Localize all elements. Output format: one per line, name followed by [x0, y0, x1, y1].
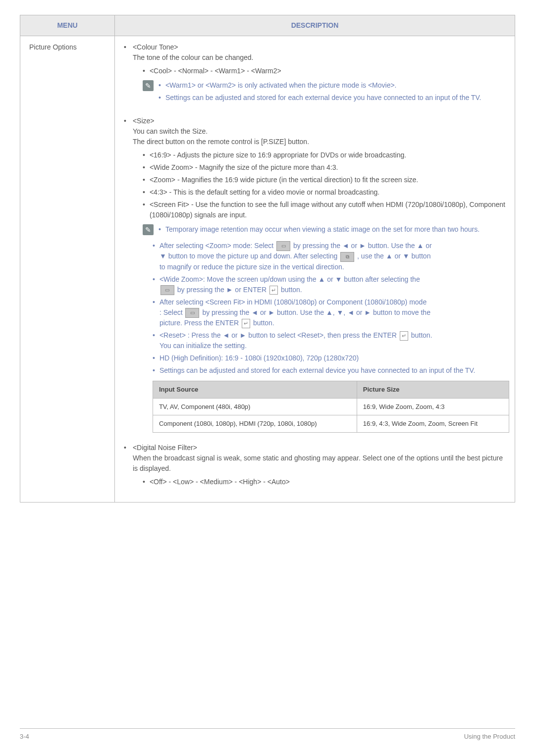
colour-tone-note-2: Settings can be adjusted and stored for … — [159, 93, 506, 103]
note-text: button. — [281, 286, 302, 294]
note-text: by pressing the ◄ or ► button. Use the ▲… — [293, 242, 432, 250]
note-text: : Select — [160, 308, 183, 316]
table-header-size: Picture Size — [357, 381, 509, 399]
table-cell: TV, AV, Component (480i, 480p) — [153, 398, 357, 415]
enter-icon: ↵ — [400, 331, 408, 341]
colour-tone-options: <Cool> - <Normal> - <Warm1> - <Warm2> — [143, 66, 506, 76]
description-cell: • <Colour Tone> The tone of the colour c… — [115, 36, 515, 503]
tools-icon: ▭ — [185, 308, 199, 318]
table-header-input: Input Source — [153, 381, 357, 399]
note-text: button. — [253, 319, 274, 327]
size-item-0: <16:9> - Adjusts the picture size to 16:… — [143, 150, 506, 160]
enter-icon: ↵ — [242, 319, 250, 328]
note-text: button. — [411, 331, 432, 339]
footer-page-number: 3-4 — [20, 732, 29, 742]
table-cell: Component (1080i, 1080p), HDMI (720p, 10… — [153, 415, 357, 433]
tools-icon: ▭ — [160, 285, 174, 295]
size-desc1: You can switch the Size. — [133, 127, 208, 135]
colour-tone-title: <Colour Tone> — [133, 43, 178, 51]
size-item-4: <Screen Fit> - Use the function to see t… — [143, 200, 506, 220]
size-note-zoom: After selecting <Zoom> mode: Select ▭ by… — [153, 241, 506, 272]
note-text: You can initialize the setting. — [160, 342, 247, 350]
menu-cell: Picture Options — [20, 36, 115, 503]
tools-icon: ▭ — [276, 241, 290, 251]
size-note-screenfit: After selecting <Screen Fit> in HDMI (10… — [153, 297, 506, 328]
position-icon: ⧉ — [340, 252, 354, 262]
dnf-title: <Digital Noise Filter> — [133, 444, 197, 452]
table-cell: 16:9, 4:3, Wide Zoom, Zoom, Screen Fit — [357, 415, 509, 433]
note-text: <Wide Zoom>: Move the screen up/down usi… — [160, 275, 420, 283]
note-text: by pressing the ◄ or ► button. Use the ▲… — [202, 308, 430, 316]
size-desc2: The direct button on the remote control … — [133, 138, 309, 146]
note-text: <Reset> : Press the ◄ or ► button to sel… — [160, 331, 397, 339]
size-note-widezoom: <Wide Zoom>: Move the screen up/down usi… — [153, 274, 506, 295]
table-row: Component (1080i, 1080p), HDMI (720p, 10… — [153, 415, 509, 433]
size-title: <Size> — [133, 117, 155, 125]
size-note-hd: HD (High Definition): 16:9 - 1080i (1920… — [153, 353, 506, 363]
dnf-desc: When the broadcast signal is weak, some … — [133, 454, 503, 472]
note-text: After selecting <Zoom> mode: Select — [160, 242, 273, 250]
note-icon: ✎ — [143, 224, 154, 235]
size-item-3: <4:3> - This is the default setting for … — [143, 187, 506, 198]
dnf-options: <Off> - <Low> - <Medium> - <High> - <Aut… — [143, 477, 506, 487]
note-text: ▼ button to move the picture up and down… — [160, 252, 337, 260]
note-text: After selecting <Screen Fit> in HDMI (10… — [160, 298, 427, 306]
picture-size-table: Input Source Picture Size TV, AV, Compon… — [153, 381, 509, 433]
colour-tone-desc: The tone of the colour can be changed. — [133, 53, 254, 61]
note-text: to magnify or reduce the picture size in… — [160, 263, 344, 271]
footer-section-title: Using the Product — [464, 732, 515, 742]
size-item-1: <Wide Zoom> - Magnify the size of the pi… — [143, 162, 506, 173]
size-note-retention: Temporary image retention may occur when… — [159, 224, 506, 235]
note-text: picture. Press the ENTER — [160, 319, 239, 327]
colour-tone-note-1: <Warm1> or <Warm2> is only activated whe… — [159, 80, 506, 91]
note-text: , use the ▲ or ▼ button — [357, 252, 430, 260]
description-table: MENU DESCRIPTION Picture Options • <Colo… — [20, 15, 515, 503]
size-note-settings: Settings can be adjusted and stored for … — [153, 365, 506, 376]
header-menu: MENU — [20, 15, 115, 36]
header-description: DESCRIPTION — [115, 15, 515, 36]
table-cell: 16:9, Wide Zoom, Zoom, 4:3 — [357, 398, 509, 415]
note-text: by pressing the ► or ENTER — [177, 286, 267, 294]
size-note-reset: <Reset> : Press the ◄ or ► button to sel… — [153, 330, 506, 351]
page-footer: 3-4 Using the Product — [20, 728, 515, 742]
size-item-2: <Zoom> - Magnifies the 16:9 wide picture… — [143, 175, 506, 185]
enter-icon: ↵ — [269, 286, 278, 295]
table-row: TV, AV, Component (480i, 480p) 16:9, Wid… — [153, 398, 509, 415]
note-icon: ✎ — [143, 80, 154, 91]
